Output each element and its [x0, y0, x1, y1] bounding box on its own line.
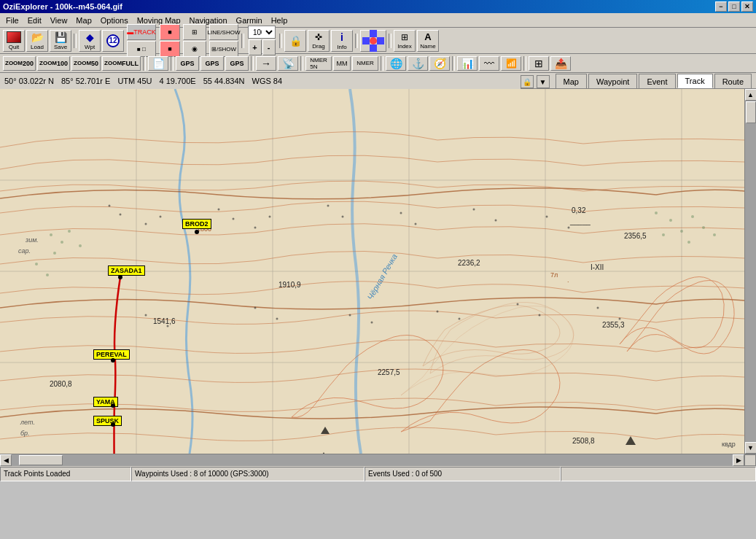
drag-button[interactable]: ✜ Drag	[308, 30, 330, 52]
sep8	[250, 53, 254, 74]
grid-icon-button[interactable]: ⊞	[529, 56, 549, 71]
scroll-down-button[interactable]: ▼	[745, 442, 757, 454]
zoom-full-button[interactable]: ZOOM FULL	[102, 56, 141, 71]
info-button[interactable]: i Info	[331, 30, 353, 52]
svg-point-17	[109, 205, 111, 207]
name-button[interactable]: A Name	[417, 30, 439, 52]
zoom-50-button[interactable]: ZOOM 50	[71, 56, 101, 71]
tab-map[interactable]: Map	[556, 74, 587, 88]
status-bar: Track Points Loaded Waypoints Used : 8 o…	[0, 465, 756, 481]
status-events: Events Used : 0 of 500	[365, 467, 561, 481]
nmer2-button[interactable]: NMER	[352, 56, 378, 71]
tab-event[interactable]: Event	[639, 74, 675, 88]
mm-button[interactable]: MM	[333, 56, 351, 71]
svg-point-8	[46, 274, 49, 276]
load-button[interactable]: 📂 Load	[26, 30, 48, 52]
export-button[interactable]: 📤	[550, 56, 571, 71]
route-box1[interactable]: ⊞	[183, 24, 206, 40]
tab-route[interactable]: Route	[714, 74, 752, 88]
stop-button1[interactable]: ■	[160, 24, 180, 40]
svg-text:I-XII: I-XII	[591, 263, 604, 271]
quit-button[interactable]: Quit	[3, 30, 25, 52]
lock-map-button[interactable]: 🔒	[521, 75, 534, 88]
sep2	[241, 31, 245, 51]
menu-map[interactable]: Map	[71, 15, 96, 26]
svg-point-30	[495, 220, 497, 222]
svg-point-12	[702, 226, 705, 229]
save-map-button[interactable]: ▼	[537, 75, 550, 88]
signal-button[interactable]: 📶	[501, 56, 521, 71]
scroll-track-h[interactable]	[12, 454, 733, 466]
close-button[interactable]: ✕	[741, 1, 753, 12]
nav-arrow-button[interactable]: →	[256, 56, 276, 71]
scroll-up-button[interactable]: ▲	[745, 89, 757, 101]
svg-point-24	[269, 216, 271, 218]
tab-waypoint[interactable]: Waypoint	[588, 74, 637, 88]
waypoint-spusk[interactable]: SPUSK	[93, 416, 122, 426]
wave-button[interactable]: 〰	[479, 56, 499, 71]
grid-button1[interactable]: LINE/SHOW	[209, 24, 238, 40]
svg-point-32	[568, 227, 570, 229]
menu-view[interactable]: View	[46, 15, 72, 26]
zoom-100-button[interactable]: ZOOM 100	[37, 56, 70, 71]
scroll-left-button[interactable]: ◀	[0, 454, 12, 466]
save-button[interactable]: 💾 Save	[50, 30, 71, 52]
map-view[interactable]: Чёрная Речка	[0, 89, 744, 454]
tab-track[interactable]: Track	[677, 74, 713, 88]
compass-button[interactable]: 🧭	[429, 56, 450, 71]
svg-point-35	[254, 307, 257, 309]
sep7	[170, 53, 174, 74]
toolbar-secondary: ZOOM 200 ZOOM 100 ZOOM 50 ZOOM FULL 📄 GP…	[0, 54, 756, 73]
minimize-button[interactable]: −	[715, 1, 727, 12]
svg-point-25	[327, 205, 330, 207]
menu-help[interactable]: Help	[267, 15, 292, 26]
scroll-thumb-h[interactable]	[19, 455, 63, 465]
zoom-minus-button[interactable]: -	[262, 39, 276, 55]
coord-lat: 50° 03.022r N	[4, 77, 54, 85]
zoom-200-button[interactable]: ZOOM 200	[3, 56, 36, 71]
svg-point-21	[218, 209, 220, 211]
satellite-button[interactable]: 📡	[278, 56, 298, 71]
maximize-button[interactable]: □	[728, 1, 740, 12]
waypoint-zasada1[interactable]: ZASADA1	[108, 265, 145, 276]
zoom-dropdown[interactable]: 100 200 50	[248, 26, 276, 39]
number-button[interactable]: 12	[102, 30, 124, 52]
page-button[interactable]: 📄	[148, 56, 168, 71]
scroll-track-v[interactable]	[745, 101, 757, 442]
menu-file[interactable]: File	[1, 15, 23, 26]
route-show-button[interactable]: ■ □	[127, 41, 156, 57]
nmer-button[interactable]: NMER5N	[305, 56, 332, 71]
scroll-right-button[interactable]: ▶	[733, 454, 744, 466]
toolbar-main: Quit 📂 Load 💾 Save ◆ Wpt 12 ▬TRACK ■ □ ■…	[0, 28, 756, 54]
route-box2[interactable]: ◉	[183, 41, 206, 57]
nav-button[interactable]	[360, 30, 386, 52]
svg-point-20	[160, 216, 162, 218]
waypoint-brod2[interactable]: BROD2	[182, 219, 211, 229]
scroll-thumb-v[interactable]	[746, 101, 756, 123]
waypoint-button[interactable]: ◆ Wpt	[79, 30, 101, 52]
coord-lon: 85° 52.701r E	[61, 77, 110, 85]
gps-button-3[interactable]: GPS	[225, 56, 249, 71]
menu-edit[interactable]: Edit	[23, 15, 46, 26]
anchor-button[interactable]: ⚓	[408, 56, 428, 71]
svg-point-39	[437, 311, 439, 313]
coord-utmn: 55 44.834N	[203, 77, 245, 85]
svg-text:_____: _____	[569, 217, 591, 225]
svg-text:1541,6: 1541,6	[153, 317, 176, 325]
grid-button2[interactable]: ⊞/SHOW	[209, 41, 238, 57]
track-small-button[interactable]: ▬TRACK	[127, 24, 156, 40]
svg-point-15	[655, 212, 658, 214]
lock-button[interactable]: 🔒	[284, 30, 306, 52]
svg-text:0,32: 0,32	[572, 206, 586, 214]
index-button[interactable]: ⊞ Index	[394, 30, 416, 52]
svg-text:2257,5: 2257,5	[378, 368, 400, 376]
gps-button-2[interactable]: GPS	[200, 56, 224, 71]
svg-point-19	[145, 223, 147, 225]
svg-text:2080,8: 2080,8	[50, 380, 72, 388]
chart-button[interactable]: 📊	[457, 56, 478, 71]
svg-point-4	[53, 252, 56, 255]
svg-point-13	[662, 233, 665, 236]
gps-button-1[interactable]: GPS	[176, 56, 199, 71]
svg-point-44	[619, 318, 621, 320]
globe-button[interactable]: 🌐	[386, 56, 406, 71]
